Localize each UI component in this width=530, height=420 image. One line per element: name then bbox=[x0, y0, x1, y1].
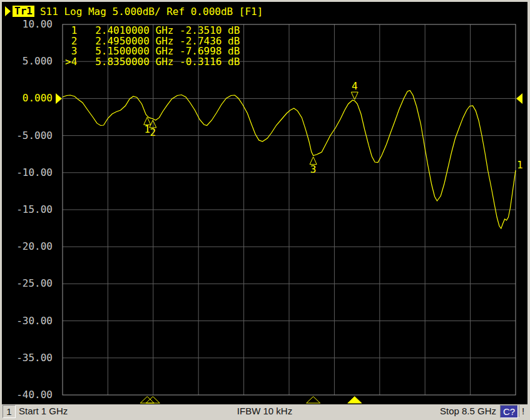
y-axis-label: 0.000 bbox=[0, 92, 53, 105]
vna-window: 12341 Tr1 S11 Log Mag 5.000dB/ Ref 0.000… bbox=[0, 0, 530, 420]
y-axis-label: -35.00 bbox=[0, 352, 53, 364]
y-axis-label: -10.00 bbox=[0, 166, 53, 179]
active-trace-arrow-icon bbox=[5, 6, 11, 16]
stimulus-marker-3[interactable] bbox=[307, 397, 320, 404]
marker-readout-row: >4 5.8350000 GHz -0.3116 dB bbox=[65, 57, 240, 68]
y-axis-label: -15.00 bbox=[0, 203, 53, 216]
trace-format-title: S11 Log Mag 5.000dB/ Ref 0.000dB [F1] bbox=[40, 6, 263, 18]
stop-frequency-label: Stop 8.5 GHz bbox=[440, 406, 496, 416]
marker-2-label: 2 bbox=[150, 126, 156, 138]
marker-readout-table: 1 2.4010000 GHz -2.3510 dB 2 2.4950000 G… bbox=[65, 26, 240, 67]
y-axis-label: -20.00 bbox=[0, 240, 53, 253]
y-axis-label: -40.00 bbox=[0, 389, 53, 401]
trace-number-label: 1 bbox=[517, 159, 523, 171]
trace-badge[interactable]: Tr1 bbox=[13, 6, 34, 17]
y-axis-label: -5.000 bbox=[0, 130, 53, 142]
stimulus-marker-4[interactable] bbox=[348, 397, 362, 404]
marker-3-label: 3 bbox=[310, 163, 317, 175]
marker-4-label: 4 bbox=[352, 80, 358, 92]
y-axis-label: -30.00 bbox=[0, 315, 53, 327]
correction-status-badge: C? bbox=[500, 405, 518, 418]
y-axis-label: 5.000 bbox=[0, 55, 53, 68]
reference-level-marker-left bbox=[56, 93, 62, 104]
y-axis-label: 10.00 bbox=[0, 18, 53, 31]
alert-indicator: ! bbox=[519, 405, 527, 417]
status-bar: 1 Start 1 GHz IFBW 10 kHz Stop 8.5 GHz C… bbox=[2, 404, 527, 418]
y-axis-label: -25.00 bbox=[0, 277, 53, 290]
trace-header: Tr1 S11 Log Mag 5.000dB/ Ref 0.000dB [F1… bbox=[5, 5, 263, 18]
reference-level-marker-right bbox=[516, 93, 522, 104]
